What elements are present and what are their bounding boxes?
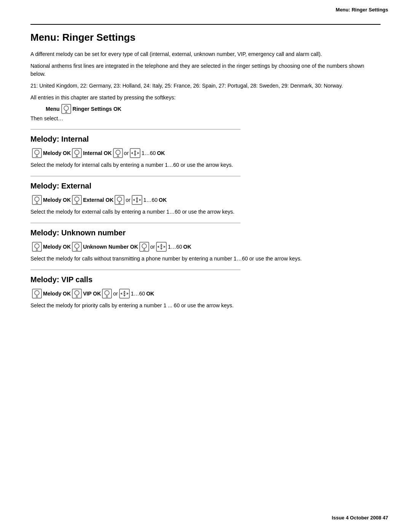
external-label: External OK — [83, 197, 113, 203]
vip-sk2 — [72, 289, 82, 299]
unknown-or: or — [150, 244, 155, 250]
main-softkeys-instruction: Menu Ringer Settings OK — [46, 104, 381, 114]
vip-sk3 — [102, 289, 112, 299]
page-header: Menu: Ringer Settings — [0, 0, 411, 13]
section-title-external: Melody: External — [30, 182, 381, 190]
unknown-desc: Select the melody for calls without tran… — [30, 255, 381, 263]
top-rule — [30, 24, 381, 25]
section-title-vip: Melody: VIP calls — [30, 275, 381, 284]
vip-or: or — [113, 291, 118, 297]
header-title: Menu: Ringer Settings — [336, 7, 388, 13]
unknown-sk2 — [72, 242, 82, 252]
main-content: Menu: Ringer Settings A different melody… — [0, 13, 411, 335]
vip-ok: OK — [146, 291, 154, 297]
section-title-unknown: Melody: Unknown number — [30, 228, 381, 237]
ringer-settings-ok-label: Ringer Settings OK — [73, 106, 121, 112]
external-ok: OK — [159, 197, 167, 203]
section-title-internal: Melody: Internal — [30, 135, 381, 144]
unknown-sk3 — [139, 242, 149, 252]
vip-range: 1…60 — [131, 291, 145, 297]
unknown-melody-ok: Melody OK — [43, 244, 71, 250]
then-select: Then select… — [30, 115, 381, 121]
intro-para-4: All entries in this chapter are started … — [30, 94, 381, 102]
instruction-vip: Melody OK VIP OK or 1…60 OK — [32, 289, 381, 299]
divider-unknown — [30, 223, 241, 223]
instruction-internal: Melody OK Internal OK or 1…60 OK — [32, 148, 381, 158]
external-or: or — [126, 197, 130, 203]
page-title: Menu: Ringer Settings — [30, 32, 381, 43]
internal-sk1 — [32, 148, 42, 158]
internal-sk3 — [113, 148, 123, 158]
instruction-unknown: Melody OK Unknown Number OK or 1…60 OK — [32, 242, 381, 252]
intro-para-1: A different melody can be set for every … — [30, 50, 381, 58]
divider-internal — [30, 129, 241, 129]
intro-para-2: National anthems first lines are integra… — [30, 62, 381, 78]
internal-arrow-icon — [130, 148, 140, 158]
internal-range: 1…60 — [142, 150, 156, 156]
external-melody-ok: Melody OK — [43, 197, 71, 203]
external-range: 1…60 — [143, 197, 158, 203]
unknown-sk1 — [32, 242, 42, 252]
footer-text: Issue 4 October 2008 47 — [332, 515, 388, 521]
menu-softkey-icon — [61, 104, 71, 114]
external-sk1 — [32, 195, 42, 205]
vip-sk1 — [32, 289, 42, 299]
internal-or: or — [124, 150, 129, 156]
vip-label: VIP OK — [83, 291, 101, 297]
unknown-label: Unknown Number OK — [83, 244, 138, 250]
unknown-arrow-icon — [156, 242, 167, 252]
unknown-ok: OK — [183, 244, 191, 250]
divider-vip — [30, 270, 241, 270]
menu-label: Menu — [46, 106, 60, 112]
divider-external — [30, 176, 241, 176]
internal-ok: OK — [157, 150, 165, 156]
internal-label: Internal OK — [83, 150, 112, 156]
page-footer: Issue 4 October 2008 47 — [332, 515, 388, 521]
instruction-external: Melody OK External OK or 1…60 OK — [32, 195, 381, 205]
internal-desc: Select the melody for internal calls by … — [30, 161, 381, 169]
unknown-range: 1…60 — [168, 244, 182, 250]
vip-arrow-icon — [119, 289, 130, 299]
vip-desc: Select the melody for priority calls by … — [30, 302, 381, 310]
external-arrow-icon — [132, 195, 142, 205]
vip-melody-ok: Melody OK — [43, 291, 71, 297]
internal-melody-ok: Melody OK — [43, 150, 71, 156]
external-desc: Select the melody for external calls by … — [30, 208, 381, 216]
external-sk3 — [115, 195, 124, 205]
internal-sk2 — [72, 148, 82, 158]
intro-para-3: 21: United Kingdom, 22: Germany, 23: Hol… — [30, 82, 381, 90]
external-sk2 — [72, 195, 82, 205]
